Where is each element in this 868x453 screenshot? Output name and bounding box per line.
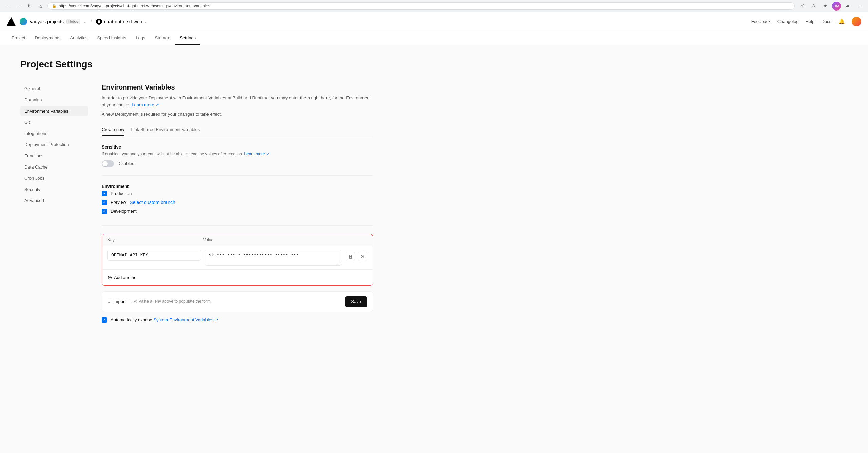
breadcrumb-separator: / (91, 19, 92, 25)
minus-circle-icon: ⊗ (360, 254, 364, 259)
add-another-row: ⊕ Add another (102, 269, 373, 285)
auto-expose-checkbox[interactable] (102, 317, 107, 323)
delete-button[interactable]: ⊗ (358, 252, 367, 261)
select-branch-link[interactable]: Select custom branch (130, 200, 175, 205)
url-bar[interactable]: 🔒 https://vercel.com/vaqyas-projects/cha… (47, 2, 795, 10)
app-bar: vaqya's projects Hobby ⌄ / chat-gpt-next… (0, 12, 868, 31)
sidebar-item-general[interactable]: General (20, 83, 88, 94)
add-another-button[interactable]: ⊕ Add another (107, 273, 138, 282)
repo-name: chat-gpt-next-web (104, 19, 142, 24)
learn-more-link-sensitive[interactable]: Learn more ↗ (244, 152, 270, 156)
sidebar-item-cron-jobs[interactable]: Cron Jobs (20, 173, 88, 183)
repo-info[interactable]: chat-gpt-next-web ⌄ (96, 19, 147, 25)
bookmark-button[interactable]: ★ (821, 1, 830, 11)
browser-profile-avatar[interactable]: JM (832, 2, 841, 11)
extensions-button[interactable]: ▰ (843, 1, 852, 11)
tab-create-new[interactable]: Create new (102, 123, 124, 136)
project-avatar (20, 18, 27, 25)
copy-icon: ▦ (348, 254, 353, 259)
sidebar-item-advanced[interactable]: Advanced (20, 195, 88, 206)
sidebar-item-domains[interactable]: Domains (20, 95, 88, 105)
tab-project[interactable]: Project (7, 31, 30, 45)
nav-home-button[interactable]: ⌂ (37, 2, 45, 10)
tab-logs[interactable]: Logs (131, 31, 150, 45)
tab-storage[interactable]: Storage (150, 31, 175, 45)
import-row: ⇓ Import TIP: Paste a .env above to popu… (102, 291, 373, 312)
sidebar-item-environment-variables[interactable]: Environment Variables (20, 106, 88, 116)
more-button[interactable]: ⋯ (854, 1, 864, 11)
auto-expose-text: Automatically expose System Environment … (111, 317, 218, 322)
kv-header: Key Value (102, 234, 373, 246)
changelog-link[interactable]: Changelog (777, 19, 799, 24)
production-checkbox[interactable] (102, 191, 107, 196)
tab-settings[interactable]: Settings (175, 31, 200, 45)
nav-refresh-button[interactable]: ↻ (26, 2, 34, 10)
section-title: Environment Variables (102, 83, 373, 91)
browser-actions: ☍ A ★ JM ▰ ⋯ (797, 1, 864, 11)
nav-back-button[interactable]: ← (4, 2, 12, 10)
production-label: Production (111, 191, 132, 196)
settings-layout: General Domains Environment Variables Gi… (20, 83, 393, 323)
user-avatar[interactable] (852, 17, 861, 26)
main-content: Project Settings General Domains Environ… (0, 45, 868, 453)
content-tabs: Create new Link Shared Environment Varia… (102, 123, 373, 136)
import-button[interactable]: ⇓ Import (107, 299, 126, 304)
notifications-bell-icon[interactable]: 🔔 (838, 18, 845, 25)
section-notice: A new Deployment is required for your ch… (102, 112, 373, 117)
sidebar-item-integrations[interactable]: Integrations (20, 128, 88, 139)
sensitive-toggle-label: Disabled (117, 161, 135, 166)
external-link-icon-1: ↗ (155, 102, 159, 107)
sidebar-item-git[interactable]: Git (20, 117, 88, 127)
plus-circle-icon: ⊕ (107, 274, 112, 281)
value-input[interactable]: sk-••• ••• • ••••••••••• ••••• ••• (205, 250, 341, 266)
key-input[interactable] (107, 250, 201, 261)
auto-expose-row: Automatically expose System Environment … (102, 317, 373, 323)
app-bar-left: vaqya's projects Hobby ⌄ / chat-gpt-next… (7, 17, 751, 26)
project-info[interactable]: vaqya's projects Hobby ⌄ (20, 18, 86, 25)
tab-analytics[interactable]: Analytics (65, 31, 92, 45)
sidebar-item-security[interactable]: Security (20, 184, 88, 195)
preview-checkbox-row: Preview Select custom branch (102, 200, 373, 205)
development-checkbox-row: Development (102, 209, 373, 214)
tab-deployments[interactable]: Deployments (30, 31, 65, 45)
learn-more-link-1[interactable]: Learn more ↗ (132, 102, 159, 107)
kv-row: sk-••• ••• • ••••••••••• ••••• ••• ▦ ⊗ (102, 246, 373, 269)
docs-link[interactable]: Docs (821, 19, 831, 24)
toggle-row: Disabled (102, 160, 373, 167)
vercel-logo[interactable] (7, 17, 16, 26)
sidebar-item-deployment-protection[interactable]: Deployment Protection (20, 139, 88, 150)
feedback-link[interactable]: Feedback (751, 19, 771, 24)
development-checkbox[interactable] (102, 209, 107, 214)
sidebar-item-functions[interactable]: Functions (20, 151, 88, 161)
copy-button[interactable]: ▦ (346, 252, 355, 261)
section-desc: In order to provide your Deployment with… (102, 95, 373, 109)
external-link-icon-sensitive: ↗ (266, 152, 270, 156)
hobby-badge: Hobby (66, 19, 80, 24)
read-button[interactable]: A (809, 1, 818, 11)
import-tip: TIP: Paste a .env above to populate the … (130, 299, 341, 304)
nav-forward-button[interactable]: → (15, 2, 23, 10)
development-label: Development (111, 209, 137, 214)
save-button[interactable]: Save (345, 296, 367, 307)
preview-checkbox[interactable] (102, 200, 107, 205)
tab-link-shared[interactable]: Link Shared Environment Variables (131, 123, 200, 136)
actions-column-header (347, 238, 367, 242)
browser-chrome: ← → ↻ ⌂ 🔒 https://vercel.com/vaqyas-proj… (0, 0, 868, 12)
project-chevron-icon: ⌄ (83, 19, 86, 24)
url-text: https://vercel.com/vaqyas-projects/chat-… (59, 4, 210, 8)
settings-sidebar: General Domains Environment Variables Gi… (20, 83, 88, 323)
value-column-header: Value (203, 238, 347, 242)
project-name: vaqya's projects (30, 19, 64, 24)
page-title: Project Settings (20, 59, 848, 70)
sensitive-sublabel: If enabled, you and your team will not b… (102, 152, 373, 156)
sensitive-label: Sensitive (102, 144, 373, 150)
help-link[interactable]: Help (806, 19, 815, 24)
tab-speed-insights[interactable]: Speed Insights (92, 31, 131, 45)
system-env-vars-link[interactable]: System Environment Variables ↗ (153, 317, 218, 322)
production-checkbox-row: Production (102, 191, 373, 196)
sidebar-item-data-cache[interactable]: Data Cache (20, 162, 88, 172)
sensitive-toggle[interactable] (102, 160, 114, 167)
url-lock-icon: 🔒 (52, 4, 57, 8)
translate-button[interactable]: ☍ (797, 1, 807, 11)
repo-icon (96, 19, 102, 25)
